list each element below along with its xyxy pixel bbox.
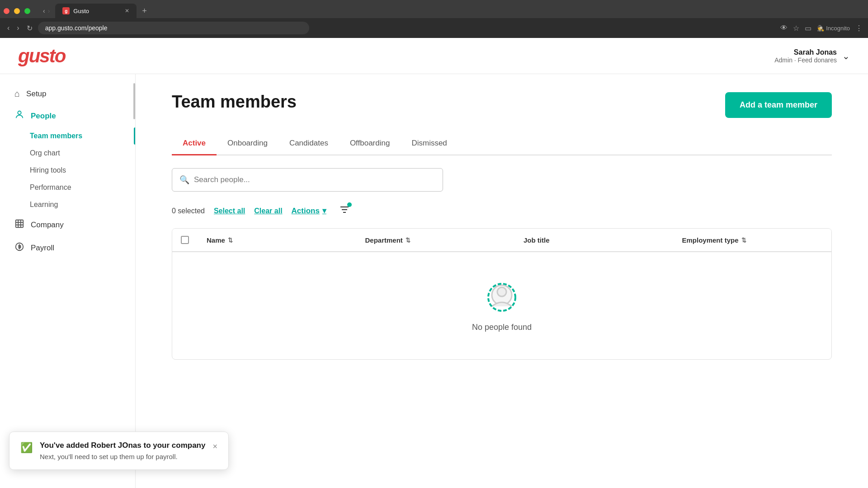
sidebar-item-org-chart[interactable]: Org chart bbox=[0, 145, 135, 162]
toast-close-button[interactable]: × bbox=[212, 442, 217, 451]
select-all-button[interactable]: Select all bbox=[214, 207, 245, 215]
new-tab-button[interactable]: + bbox=[138, 5, 151, 18]
search-container: 🔍 bbox=[172, 168, 832, 192]
browser-tab-gusto[interactable]: g Gusto ✕ bbox=[55, 4, 137, 18]
sidebar-company-label: Company bbox=[31, 221, 64, 230]
window-max-btn[interactable] bbox=[24, 8, 30, 14]
sidebar-item-people[interactable]: People bbox=[0, 104, 135, 127]
person-icon bbox=[14, 110, 24, 122]
chevron-down-icon: ⌄ bbox=[842, 51, 850, 61]
user-role: Admin · Feed donares bbox=[774, 56, 837, 64]
sidebar-scrollbar[interactable] bbox=[133, 74, 135, 488]
page-header: Team members Add a team member bbox=[172, 92, 832, 118]
sidebar-setup-label: Setup bbox=[26, 89, 46, 99]
user-info: Sarah Jonas Admin · Feed donares bbox=[774, 48, 837, 64]
col-header-name[interactable]: Name ⇅ bbox=[198, 229, 356, 251]
search-input-wrap: 🔍 bbox=[172, 168, 443, 192]
gusto-logo: gusto bbox=[18, 45, 65, 67]
filter-active-dot bbox=[347, 202, 352, 207]
sort-icon-emp-type: ⇅ bbox=[741, 237, 746, 244]
tab-onboarding[interactable]: Onboarding bbox=[217, 132, 278, 155]
sidebar-item-performance[interactable]: Performance bbox=[0, 179, 135, 196]
toolbar-icons: 👁 ☆ ▭ 🕵 Incognito ⋮ bbox=[780, 24, 863, 33]
sort-icon-dept: ⇅ bbox=[406, 237, 410, 244]
menu-icon[interactable]: ⋮ bbox=[855, 24, 863, 33]
search-input[interactable] bbox=[194, 175, 435, 184]
eye-slash-icon: 👁 bbox=[780, 24, 788, 32]
toast-subtitle: Next, you'll need to set up them up for … bbox=[40, 453, 205, 460]
content-area: Team members Add a team member Active On… bbox=[136, 74, 868, 488]
star-icon[interactable]: ☆ bbox=[793, 24, 799, 33]
screen-icon[interactable]: ▭ bbox=[805, 24, 811, 33]
user-name: Sarah Jonas bbox=[774, 48, 837, 56]
sidebar-item-hiring-tools[interactable]: Hiring tools bbox=[0, 162, 135, 179]
learning-label: Learning bbox=[30, 201, 58, 209]
sort-icon-name: ⇅ bbox=[228, 237, 233, 244]
back-tab-icon[interactable]: ‹ bbox=[43, 7, 45, 14]
sidebar-item-company[interactable]: Company bbox=[0, 213, 135, 236]
window-close-btn[interactable] bbox=[4, 8, 9, 14]
user-profile-button[interactable]: Sarah Jonas Admin · Feed donares ⌄ bbox=[774, 48, 850, 64]
window-controls bbox=[4, 8, 34, 14]
company-icon bbox=[14, 219, 24, 231]
add-team-member-button[interactable]: Add a team member bbox=[725, 92, 832, 118]
browser-toolbar: ‹ › ↻ 👁 ☆ ▭ 🕵 Incognito ⋮ bbox=[0, 18, 868, 38]
main-layout: ⌂ Setup People Team members Org chart bbox=[0, 74, 868, 488]
sidebar-item-learning[interactable]: Learning bbox=[0, 196, 135, 213]
svg-point-7 bbox=[497, 287, 506, 296]
sidebar-item-payroll[interactable]: Payroll bbox=[0, 236, 135, 259]
selected-count: 0 selected bbox=[172, 207, 205, 215]
forward-button[interactable]: › bbox=[15, 22, 21, 34]
refresh-button[interactable]: ↻ bbox=[25, 22, 34, 34]
browser-chrome: ‹ › g Gusto ✕ + ‹ › ↻ 👁 ☆ ▭ 🕵 Incognito … bbox=[0, 0, 868, 38]
tab-bar: ‹ › g Gusto ✕ + bbox=[0, 0, 868, 18]
empty-state-text: No people found bbox=[472, 323, 532, 332]
team-members-label: Team members bbox=[30, 132, 82, 140]
toast-notification: ✅ You've added Robert JOnas to your comp… bbox=[9, 432, 229, 470]
clear-all-button[interactable]: Clear all bbox=[254, 207, 282, 215]
select-all-checkbox-cell[interactable] bbox=[172, 229, 198, 251]
tab-favicon: g bbox=[62, 7, 70, 14]
actions-chevron-icon: ▾ bbox=[322, 206, 326, 216]
col-header-job-title: Job title bbox=[514, 229, 673, 251]
svg-point-0 bbox=[18, 111, 21, 114]
app-header: gusto Sarah Jonas Admin · Feed donares ⌄ bbox=[0, 38, 868, 74]
sidebar-item-team-members[interactable]: Team members bbox=[0, 127, 135, 145]
search-icon: 🔍 bbox=[179, 175, 189, 185]
people-table: Name ⇅ Department ⇅ Job title Employment… bbox=[172, 228, 832, 360]
col-header-employment-type[interactable]: Employment type ⇅ bbox=[673, 229, 832, 251]
actions-label: Actions bbox=[292, 206, 320, 216]
col-header-department[interactable]: Department ⇅ bbox=[356, 229, 515, 251]
tab-close-btn[interactable]: ✕ bbox=[125, 8, 129, 14]
table-header: Name ⇅ Department ⇅ Job title Employment… bbox=[172, 229, 831, 252]
empty-state-icon bbox=[484, 279, 520, 315]
forward-tab-icon[interactable]: › bbox=[48, 7, 50, 14]
incognito-badge: 🕵 Incognito bbox=[817, 25, 850, 32]
tab-candidates[interactable]: Candidates bbox=[278, 132, 339, 155]
toast-check-icon: ✅ bbox=[20, 442, 33, 454]
actions-button[interactable]: Actions ▾ bbox=[292, 206, 326, 216]
tab-active[interactable]: Active bbox=[172, 132, 217, 155]
filter-button[interactable] bbox=[339, 204, 350, 217]
select-all-checkbox[interactable] bbox=[181, 236, 189, 244]
performance-label: Performance bbox=[30, 183, 71, 192]
window-min-btn[interactable] bbox=[14, 8, 20, 14]
back-button[interactable]: ‹ bbox=[5, 22, 11, 34]
toast-title: You've added Robert JOnas to your compan… bbox=[40, 441, 205, 450]
url-bar[interactable] bbox=[38, 22, 309, 34]
page-title: Team members bbox=[172, 92, 297, 112]
tab-dismissed[interactable]: Dismissed bbox=[401, 132, 458, 155]
empty-state: No people found bbox=[172, 252, 831, 359]
app-container: gusto Sarah Jonas Admin · Feed donares ⌄… bbox=[0, 38, 868, 488]
list-toolbar: 0 selected Select all Clear all Actions … bbox=[172, 201, 832, 221]
sidebar-people-label: People bbox=[31, 112, 56, 121]
sidebar-payroll-label: Payroll bbox=[31, 244, 54, 253]
tab-bar-people: Active Onboarding Candidates Offboarding… bbox=[172, 132, 832, 155]
toast-content: You've added Robert JOnas to your compan… bbox=[40, 441, 205, 460]
svg-rect-1 bbox=[16, 220, 24, 228]
sidebar: ⌂ Setup People Team members Org chart bbox=[0, 74, 136, 488]
sidebar-scrollbar-thumb bbox=[133, 83, 135, 119]
sidebar-item-setup[interactable]: ⌂ Setup bbox=[0, 83, 135, 104]
tab-offboarding[interactable]: Offboarding bbox=[339, 132, 401, 155]
org-chart-label: Org chart bbox=[30, 149, 60, 157]
